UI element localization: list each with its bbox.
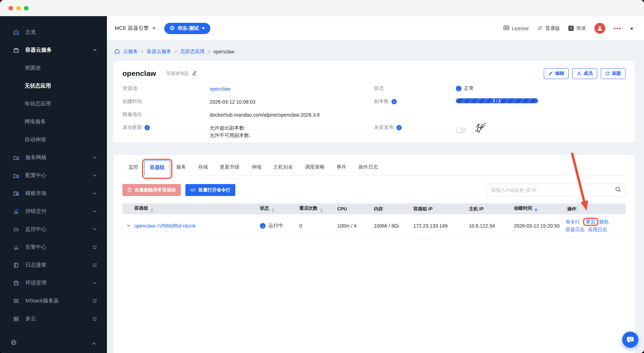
sort-icon[interactable] bbox=[272, 208, 274, 213]
sidebar-item-env-management[interactable]: 环境管理 bbox=[0, 274, 107, 292]
close-button[interactable] bbox=[8, 6, 13, 11]
sidebar-item-autoscaling[interactable]: 自动伸缩 bbox=[0, 131, 107, 149]
header-restarts[interactable]: 重启次数 bbox=[293, 205, 331, 213]
avatar[interactable] bbox=[594, 23, 605, 34]
search-icon[interactable] bbox=[615, 187, 621, 194]
sidebar-item-continuous-delivery[interactable]: 持续交付 bbox=[0, 202, 107, 220]
header-created[interactable]: 创建时间 bbox=[508, 205, 561, 213]
op-container-log-link[interactable]: 容器日志 bbox=[566, 227, 585, 232]
globe-icon[interactable] bbox=[11, 339, 17, 347]
breadcrumb-link[interactable]: 无状态应用 bbox=[180, 48, 205, 55]
more-menu-dots[interactable]: ••• bbox=[614, 25, 621, 31]
sidebar-item-mstack-server[interactable]: MStack服务器 bbox=[0, 292, 107, 310]
sidebar-item-resource-pool[interactable]: 资源池 bbox=[0, 59, 107, 77]
header-status[interactable]: 状态 bbox=[254, 205, 293, 213]
chevron-up-icon[interactable] bbox=[92, 49, 97, 51]
breadcrumb-link[interactable]: 云服务 bbox=[123, 48, 138, 55]
gray-release-toggle[interactable] bbox=[456, 128, 466, 133]
language-switcher[interactable]: 文 简体 bbox=[568, 25, 586, 32]
sidebar-item-container-cloud[interactable]: 容器云服务 bbox=[0, 41, 107, 59]
tab-scheduling[interactable]: 调度策略 bbox=[299, 161, 331, 175]
home-breadcrumb-icon[interactable] bbox=[114, 48, 120, 55]
sidebar-item-log-search[interactable]: 日志搜索 bbox=[0, 256, 107, 274]
row-expander-chevron-icon[interactable] bbox=[122, 224, 134, 227]
breadcrumb-current: openclaw bbox=[213, 49, 234, 54]
chat-support-button[interactable] bbox=[622, 332, 638, 348]
edit-button[interactable]: 编辑 bbox=[544, 68, 569, 79]
window-controls bbox=[8, 6, 28, 11]
config-folder-icon bbox=[13, 172, 20, 179]
chevron-down-icon bbox=[202, 27, 205, 30]
rolling-update-value: 允许超出副本数: 允许不可用副本数: bbox=[210, 124, 250, 139]
collapse-sidebar-chevron-icon[interactable] bbox=[92, 340, 96, 346]
sidebar-item-monitor-center[interactable]: 监控中心 bbox=[0, 220, 107, 238]
op-app-log-link[interactable]: 应用日志 bbox=[588, 227, 607, 232]
edition-button[interactable]: 普通版 bbox=[537, 25, 560, 32]
tab-services[interactable]: 服务 bbox=[170, 161, 192, 175]
sidebar-item-network-services[interactable]: 网络服务 bbox=[0, 113, 107, 131]
license-card-icon bbox=[503, 25, 509, 31]
page-title: openclaw bbox=[122, 69, 156, 78]
info-icon[interactable]: i bbox=[145, 125, 150, 130]
tab-scaling[interactable]: 伸缩 bbox=[246, 161, 267, 175]
tab-monitor[interactable]: 监控 bbox=[122, 161, 144, 175]
sort-icon[interactable] bbox=[535, 208, 537, 213]
tab-pods[interactable]: 容器组 bbox=[144, 161, 170, 176]
product-switcher[interactable]: MCE 容器引擎 bbox=[115, 25, 156, 32]
sidebar-item-overview[interactable]: 总览 bbox=[0, 23, 107, 41]
sidebar-item-template-market[interactable]: 模板市场 bbox=[0, 184, 107, 202]
top-nav: MCE 容器引擎 华东-测试 License bbox=[107, 16, 644, 41]
info-icon[interactable]: i bbox=[396, 125, 402, 130]
op-restart-link[interactable]: 重启 bbox=[584, 219, 597, 225]
sidebar-item-multicloud[interactable]: 多云 bbox=[0, 310, 107, 328]
tab-events[interactable]: 事件 bbox=[331, 161, 352, 175]
pod-search-input[interactable] bbox=[491, 187, 615, 193]
status-value: → 正常 bbox=[456, 85, 474, 92]
sort-icon[interactable] bbox=[151, 208, 153, 213]
batch-terminal-button[interactable]: 批量打开命令行 bbox=[185, 184, 235, 196]
tab-host-alias[interactable]: 主机别名 bbox=[267, 161, 299, 175]
sidebar-item-stateful-apps[interactable]: 有状态应用 bbox=[0, 95, 107, 113]
pod-name-link[interactable]: openclaw-7cf568df5d-nkznk bbox=[134, 223, 196, 229]
sidebar-footer bbox=[0, 333, 107, 353]
monitor-gauge-icon bbox=[13, 226, 20, 233]
batch-delete-button[interactable]: 批量删除异常容器组 bbox=[122, 184, 181, 196]
zoom-button[interactable] bbox=[24, 6, 28, 11]
alarm-icon bbox=[13, 244, 20, 251]
sidebar-item-service-mesh[interactable]: 服务网格 bbox=[0, 149, 107, 166]
pod-table: 容器组 状态 重启次数 CPU 内存 容器组 IP 主机 IP 创建时间 操作 … bbox=[122, 203, 626, 237]
chevron-down-icon[interactable] bbox=[92, 156, 97, 159]
sidebar-item-alert-center[interactable]: 告警中心 bbox=[0, 238, 107, 256]
refresh-button[interactable]: 刷新 bbox=[601, 68, 626, 79]
resource-pool-link[interactable]: openclaw bbox=[210, 85, 230, 93]
chevron-down-icon[interactable] bbox=[92, 210, 97, 213]
pod-memory: 100Mi / 8Gi bbox=[368, 223, 407, 229]
chevron-down-icon[interactable] bbox=[92, 192, 97, 195]
license-button[interactable]: License bbox=[503, 25, 529, 31]
members-button[interactable]: 成员 bbox=[572, 68, 597, 79]
sidebar-item-config-center[interactable]: 配置中心 bbox=[0, 166, 107, 184]
chevron-down-icon[interactable] bbox=[92, 174, 97, 177]
app-window: 总览 容器云服务 资源池 无状态应用 有状态应用 网络服务 自动伸缩 服务网格 … bbox=[0, 0, 644, 353]
chevron-down-icon[interactable] bbox=[630, 26, 633, 31]
pencil-edit-icon[interactable] bbox=[192, 70, 197, 77]
detail-card: 监控 容器组 服务 存储 更新升级 伸缩 主机别名 调度策略 事件 操作日志 批… bbox=[113, 155, 635, 353]
sort-icon[interactable] bbox=[320, 208, 323, 213]
op-offline-link[interactable]: 脱机 bbox=[599, 219, 609, 224]
tab-storage[interactable]: 存储 bbox=[192, 161, 214, 175]
header-pod[interactable]: 容器组 bbox=[134, 205, 254, 213]
status-running-icon: → bbox=[260, 223, 266, 229]
region-selector[interactable]: 华东-测试 bbox=[164, 23, 211, 34]
sidebar-item-stateless-apps[interactable]: 无状态应用 bbox=[0, 77, 107, 95]
home-icon bbox=[13, 29, 20, 36]
breadcrumb-link[interactable]: 容器云服务 bbox=[147, 48, 171, 55]
tab-operation-log[interactable]: 操作日志 bbox=[352, 161, 384, 175]
field-label: 创建时间 bbox=[122, 98, 210, 105]
minimize-button[interactable] bbox=[16, 6, 21, 11]
translate-icon: 文 bbox=[568, 26, 574, 31]
chevron-down-icon[interactable] bbox=[92, 282, 97, 284]
op-terminal-link[interactable]: 命令行 bbox=[566, 219, 580, 224]
tab-upgrade[interactable]: 更新升级 bbox=[214, 161, 246, 175]
chevron-down-icon[interactable] bbox=[92, 228, 97, 230]
info-icon[interactable]: i bbox=[391, 99, 397, 104]
